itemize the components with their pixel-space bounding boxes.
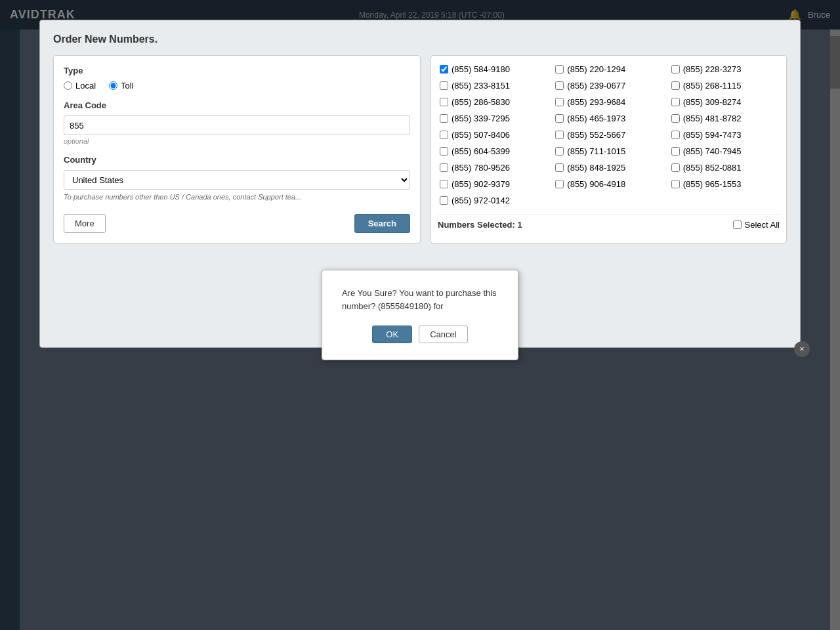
cancel-button[interactable]: Cancel <box>419 326 467 343</box>
ok-button[interactable]: OK <box>372 326 412 343</box>
confirm-dialog-overlay: Are You Sure? You want to purchase this … <box>0 0 840 630</box>
confirm-dialog-message: Are You Sure? You want to purchase this … <box>342 287 498 312</box>
confirm-dialog: Are You Sure? You want to purchase this … <box>322 270 518 360</box>
confirm-dialog-buttons: OK Cancel <box>342 326 498 343</box>
